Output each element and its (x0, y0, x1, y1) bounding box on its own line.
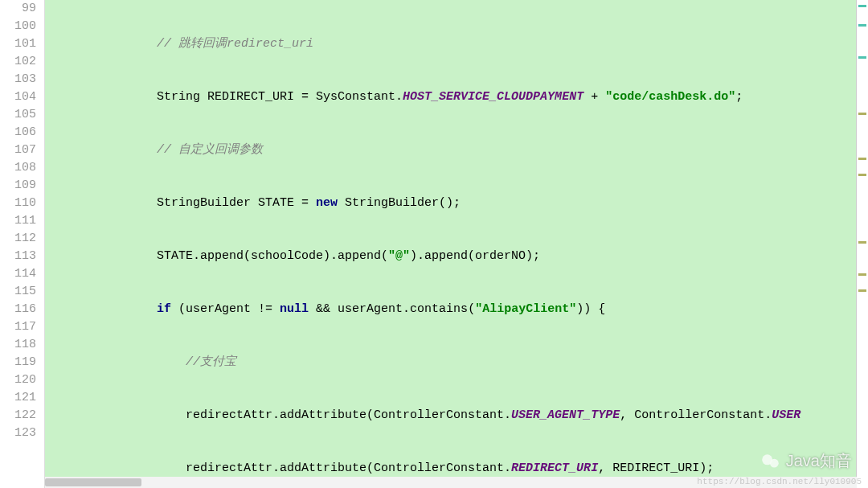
line-number: 123 (0, 424, 36, 442)
scrollbar-thumb[interactable] (45, 478, 141, 486)
line-number: 120 (0, 371, 36, 389)
line-number: 116 (0, 301, 36, 318)
code-line: // 自定义回调参数 (48, 141, 868, 159)
line-number: 122 (0, 407, 36, 424)
code-line: redirectAttr.addAttribute(ControllerCons… (48, 407, 868, 424)
watermark-logo: Java知音 (760, 450, 852, 472)
field-ref: REDIRECT_URI (511, 461, 598, 475)
string-literal: "AlipayClient" (475, 302, 576, 316)
keyword: if (157, 302, 171, 316)
string-literal: "code/cashDesk.do" (605, 90, 735, 104)
line-number: 117 (0, 318, 36, 336)
warning-marker-icon[interactable] (858, 289, 866, 292)
warning-marker-icon[interactable] (858, 174, 866, 176)
field-ref: HOST_SERVICE_CLOUDPAYMENT (403, 90, 583, 104)
code-line: redirectAttr.addAttribute(ControllerCons… (48, 460, 868, 478)
line-number: 112 (0, 230, 36, 248)
warning-marker-icon[interactable] (858, 158, 866, 160)
code-line: if (userAgent != null && userAgent.conta… (48, 301, 868, 318)
diff-marker-icon[interactable] (858, 5, 866, 7)
line-number: 109 (0, 177, 36, 195)
code-line: String REDIRECT_URI = SysConstant.HOST_S… (48, 88, 868, 106)
string-literal: "@" (388, 249, 410, 263)
line-number: 110 (0, 195, 36, 212)
diff-marker-icon[interactable] (858, 24, 866, 27)
line-number: 115 (0, 283, 36, 301)
keyword: null (280, 302, 309, 316)
comment: //支付宝 (186, 355, 236, 369)
line-number: 121 (0, 389, 36, 407)
code-line: //支付宝 (48, 354, 868, 371)
code-line: STATE.append(schoolCode).append("@").app… (48, 248, 868, 265)
line-number: 108 (0, 159, 36, 177)
line-number: 101 (0, 35, 36, 53)
comment: // 自定义回调参数 (157, 143, 263, 157)
line-number: 100 (0, 18, 36, 35)
line-number-gutter: 9910010110210310410510610710810911011111… (0, 0, 45, 488)
line-number: 111 (0, 212, 36, 230)
code-editor: 9910010110210310410510610710810911011111… (0, 0, 868, 488)
warning-marker-icon[interactable] (858, 241, 866, 244)
line-number: 113 (0, 248, 36, 265)
svg-point-1 (770, 458, 779, 467)
line-number: 119 (0, 354, 36, 371)
line-number: 99 (0, 0, 36, 18)
code-line: // 跳转回调redirect_uri (48, 35, 868, 53)
line-number: 106 (0, 124, 36, 141)
code-line: StringBuilder STATE = new StringBuilder(… (48, 195, 868, 212)
warning-marker-icon[interactable] (858, 113, 866, 115)
comment: // 跳转回调redirect_uri (157, 37, 313, 51)
wechat-icon (760, 451, 781, 472)
warning-marker-icon[interactable] (858, 273, 866, 276)
line-number: 103 (0, 71, 36, 88)
marker-strip[interactable] (856, 0, 868, 488)
line-number: 102 (0, 53, 36, 71)
line-number: 118 (0, 336, 36, 354)
field-ref: USER_AGENT_TYPE (511, 408, 620, 422)
line-number: 104 (0, 88, 36, 106)
keyword: new (316, 196, 338, 210)
line-number: 114 (0, 265, 36, 283)
line-number: 107 (0, 141, 36, 159)
source-url-watermark: https://blog.csdn.net/lly010905 (697, 477, 862, 486)
field-ref: USER (772, 408, 800, 422)
watermark-text: Java知音 (786, 450, 852, 472)
line-number: 105 (0, 106, 36, 124)
diff-marker-icon[interactable] (858, 56, 866, 59)
code-area[interactable]: // 跳转回调redirect_uri String REDIRECT_URI … (45, 0, 868, 488)
